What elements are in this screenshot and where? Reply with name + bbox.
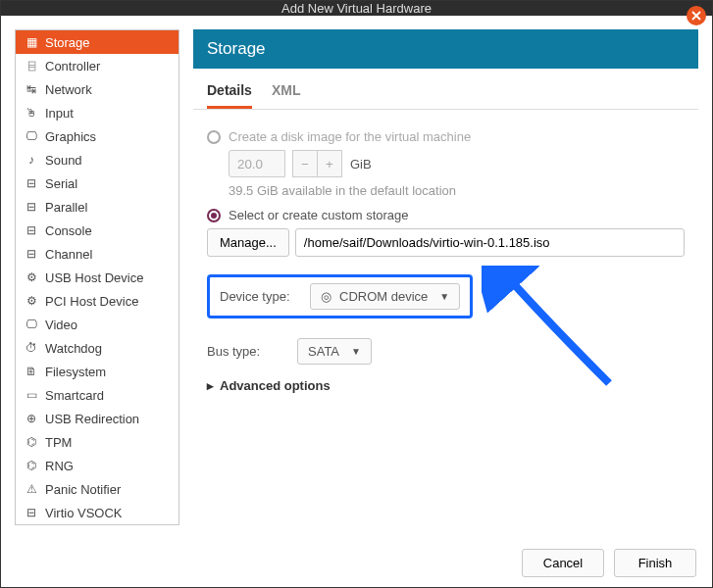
radio-icon bbox=[207, 209, 221, 222]
size-plus: + bbox=[317, 150, 342, 177]
sidebar-label: USB Redirection bbox=[45, 412, 139, 426]
size-minus: − bbox=[292, 150, 318, 177]
sidebar-item-tpm[interactable]: ⌬TPM bbox=[16, 430, 178, 454]
tpm-icon: ⌬ bbox=[24, 434, 39, 450]
channel-icon: ⊟ bbox=[24, 246, 39, 262]
usb-icon: ⚙ bbox=[24, 270, 39, 285]
sidebar-label: Parallel bbox=[45, 200, 87, 215]
sidebar-item-network[interactable]: ↹Network bbox=[16, 77, 178, 101]
sidebar-label: PCI Host Device bbox=[45, 294, 138, 309]
content: Create a disk image for the virtual mach… bbox=[193, 110, 698, 407]
sidebar-label: Channel bbox=[45, 247, 92, 262]
dialog-body: ▦Storage ⌸Controller ↹Network 🖱Input 🖵Gr… bbox=[1, 16, 712, 539]
sidebar-item-pci-host[interactable]: ⚙PCI Host Device bbox=[16, 289, 178, 313]
cdrom-icon: ◎ bbox=[321, 289, 331, 304]
advanced-options-toggle[interactable]: ▸ Advanced options bbox=[207, 378, 685, 393]
sidebar-label: Sound bbox=[45, 153, 82, 168]
window-title: Add New Virtual Hardware bbox=[281, 1, 432, 16]
sidebar-item-channel[interactable]: ⊟Channel bbox=[16, 242, 178, 266]
sidebar-item-input[interactable]: 🖱Input bbox=[16, 101, 178, 124]
footer: Cancel Finish bbox=[1, 539, 712, 588]
cancel-button[interactable]: Cancel bbox=[522, 549, 604, 577]
smartcard-icon: ▭ bbox=[24, 387, 39, 403]
sidebar-item-parallel[interactable]: ⊟Parallel bbox=[16, 195, 178, 219]
storage-icon: ▦ bbox=[24, 34, 39, 50]
size-input bbox=[229, 150, 285, 177]
sidebar-item-usb-redir[interactable]: ⊕USB Redirection bbox=[16, 407, 178, 430]
sidebar-item-rng[interactable]: ⌬RNG bbox=[16, 454, 178, 477]
sidebar-label: Graphics bbox=[45, 129, 96, 144]
bus-type-value: SATA bbox=[308, 344, 339, 359]
panel-title: Storage bbox=[193, 29, 698, 69]
dialog-window: Add New Virtual Hardware ▦Storage ⌸Contr… bbox=[0, 0, 713, 588]
device-type-value: CDROM device bbox=[339, 289, 428, 304]
sidebar-item-storage[interactable]: ▦Storage bbox=[16, 30, 178, 54]
filesystem-icon: 🗎 bbox=[24, 364, 39, 379]
radio-icon bbox=[207, 130, 221, 144]
manage-row: Manage... bbox=[207, 228, 685, 257]
sidebar-label: Smartcard bbox=[45, 388, 104, 403]
watchdog-icon: ⏱ bbox=[24, 340, 39, 356]
sidebar-item-video[interactable]: 🖵Video bbox=[16, 313, 178, 336]
network-icon: ↹ bbox=[24, 81, 39, 97]
vsock-icon: ⊟ bbox=[24, 505, 39, 520]
sidebar-label: Controller bbox=[45, 59, 100, 74]
device-type-highlight: Device type: ◎ CDROM device ▼ bbox=[207, 274, 473, 318]
sidebar-item-watchdog[interactable]: ⏱Watchdog bbox=[16, 336, 178, 360]
mouse-icon: 🖱 bbox=[24, 105, 39, 121]
chevron-down-icon: ▼ bbox=[439, 291, 449, 302]
radio-custom-storage[interactable]: Select or create custom storage bbox=[207, 208, 685, 222]
pci-icon: ⚙ bbox=[24, 293, 39, 309]
titlebar: Add New Virtual Hardware bbox=[1, 1, 712, 16]
bus-type-select[interactable]: SATA ▼ bbox=[297, 338, 372, 365]
rng-icon: ⌬ bbox=[24, 458, 39, 473]
sidebar-item-console[interactable]: ⊟Console bbox=[16, 219, 178, 242]
finish-button[interactable]: Finish bbox=[614, 549, 696, 577]
sidebar-item-sound[interactable]: ♪Sound bbox=[16, 148, 178, 172]
sidebar-item-panic[interactable]: ⚠Panic Notifier bbox=[16, 477, 178, 501]
sidebar-item-graphics[interactable]: 🖵Graphics bbox=[16, 124, 178, 148]
hardware-sidebar: ▦Storage ⌸Controller ↹Network 🖱Input 🖵Gr… bbox=[15, 29, 179, 525]
chevron-down-icon: ▼ bbox=[351, 346, 361, 357]
bus-type-label: Bus type: bbox=[207, 344, 287, 359]
sidebar-label: Virtio VSOCK bbox=[45, 506, 123, 520]
sidebar-label: Serial bbox=[45, 176, 77, 191]
controller-icon: ⌸ bbox=[24, 58, 39, 74]
close-button[interactable] bbox=[687, 6, 706, 25]
sidebar-item-vsock[interactable]: ⊟Virtio VSOCK bbox=[16, 501, 178, 524]
sidebar-label: RNG bbox=[45, 459, 74, 473]
sidebar-label: TPM bbox=[45, 435, 72, 450]
sidebar-label: Storage bbox=[45, 35, 90, 50]
main-panel: Storage Details XML Create a disk image … bbox=[193, 29, 698, 525]
manage-button[interactable]: Manage... bbox=[207, 228, 289, 257]
sidebar-label: Input bbox=[45, 106, 74, 121]
sidebar-label: Filesystem bbox=[45, 365, 106, 379]
sidebar-label: USB Host Device bbox=[45, 270, 143, 285]
video-icon: 🖵 bbox=[24, 317, 39, 332]
size-unit: GiB bbox=[350, 157, 372, 172]
available-hint: 39.5 GiB available in the default locati… bbox=[229, 183, 685, 198]
size-stepper: − + bbox=[293, 150, 342, 177]
radio-create-disk[interactable]: Create a disk image for the virtual mach… bbox=[207, 129, 685, 144]
storage-path-input[interactable] bbox=[295, 228, 685, 257]
display-icon: 🖵 bbox=[24, 128, 39, 144]
device-type-select[interactable]: ◎ CDROM device ▼ bbox=[310, 283, 460, 310]
bus-type-row: Bus type: SATA ▼ bbox=[207, 338, 685, 365]
sidebar-item-controller[interactable]: ⌸Controller bbox=[16, 54, 178, 77]
tab-details[interactable]: Details bbox=[207, 82, 252, 109]
serial-icon: ⊟ bbox=[24, 175, 39, 191]
device-type-label: Device type: bbox=[220, 289, 300, 304]
sound-icon: ♪ bbox=[24, 152, 39, 168]
sidebar-item-smartcard[interactable]: ▭Smartcard bbox=[16, 383, 178, 407]
panic-icon: ⚠ bbox=[24, 481, 39, 497]
sidebar-item-filesystem[interactable]: 🗎Filesystem bbox=[16, 360, 178, 383]
tabs: Details XML bbox=[193, 69, 698, 110]
radio-custom-label: Select or create custom storage bbox=[229, 208, 409, 222]
sidebar-item-usb-host[interactable]: ⚙USB Host Device bbox=[16, 266, 178, 289]
sidebar-label: Video bbox=[45, 318, 77, 332]
tab-xml[interactable]: XML bbox=[272, 82, 301, 109]
console-icon: ⊟ bbox=[24, 222, 39, 238]
sidebar-item-serial[interactable]: ⊟Serial bbox=[16, 172, 178, 195]
sidebar-label: Watchdog bbox=[45, 341, 102, 356]
close-icon bbox=[691, 11, 701, 21]
